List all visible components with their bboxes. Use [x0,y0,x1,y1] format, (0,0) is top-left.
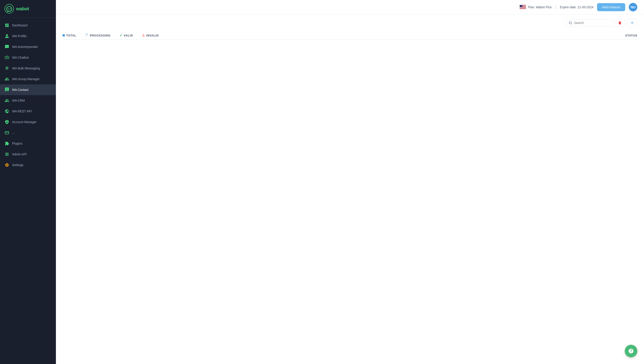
wa-bulk-icon [4,66,10,71]
th-total: TOTAL [62,34,76,37]
admin-api-icon [4,152,10,157]
svg-point-6 [7,57,8,58]
user-avatar[interactable]: NU [629,3,637,12]
svg-point-2 [8,8,8,9]
sidebar-item-label: Settings [12,163,24,167]
svg-point-7 [8,57,8,58]
sidebar-item-wa-crm[interactable]: WA CRM [0,95,56,106]
sidebar-item-label: WA Group Manager [12,77,40,81]
th-status-label: STATUS [625,34,637,37]
settings-icon [4,162,10,167]
table-body [62,40,637,129]
content-area: TOTAL PROCESSING ✔ VALID ⚠ INVALID STATU… [56,14,644,364]
th-invalid-label: INVALID [146,34,159,37]
wa-autoresponder-icon [4,44,10,49]
sidebar-item-wa-bulk-messaging[interactable]: WA Bulk Messaging [0,63,56,74]
plan-label: Plan: Wabot Plus [528,5,552,9]
billing-icon [4,130,10,135]
sidebar-item-wa-chatbot[interactable]: WA Chatbot [0,52,56,63]
sidebar-item-label: Plugins [12,142,22,145]
sidebar-item-admin-api[interactable]: Admin API [0,149,56,160]
sidebar-item-label: Dashboard [12,24,28,27]
search-icon [569,21,572,25]
delete-button[interactable] [615,19,625,27]
svg-line-11 [571,24,572,24]
svg-point-5 [6,57,6,58]
sidebar-item-wa-contact[interactable]: WA Contact [0,84,56,95]
sidebar-item-dashboard[interactable]: Dashboard [0,20,56,31]
plan-info: Plan: Wabot Plus [520,5,552,10]
header: Plan: Wabot Plus | Expire date: 21-05-20… [56,0,644,14]
sidebar: wabot Dashboard WA Profile WA Autorespon… [0,0,56,364]
svg-point-3 [10,8,11,9]
sidebar-item-wa-rest-api[interactable]: WA REST API [0,106,56,117]
th-processing-label: PROCESSING [90,34,110,37]
processing-spinner [85,34,88,37]
sidebar-item-account-manager[interactable]: Account Manager [0,117,56,127]
plugins-icon [4,141,10,146]
sidebar-item-label: ... [12,131,15,134]
invalid-warning-icon: ⚠ [142,34,145,37]
sidebar-item-settings[interactable]: Settings [0,160,56,170]
logo-text: wabot [16,6,29,12]
toolbar [62,19,637,27]
sidebar-item-billing[interactable]: ... [0,127,56,138]
th-invalid: ⚠ INVALID [142,34,159,37]
sidebar-item-label: Account Manager [12,120,37,124]
chat-support-button[interactable] [625,345,637,357]
sidebar-item-label: Admin API [12,152,26,156]
sidebar-item-label: WA Contact [12,88,28,92]
logo-container[interactable]: wabot [0,0,56,18]
wa-rest-api-icon [4,109,10,114]
svg-rect-9 [5,131,9,134]
wa-crm-icon [4,98,10,103]
valid-check-icon: ✔ [120,34,122,37]
wa-group-icon [4,77,10,81]
add-instance-button[interactable]: Add Instance [597,3,625,11]
sidebar-item-label: WA Autoresponder [12,45,38,49]
logo-icon [4,4,14,14]
account-manager-icon [4,120,10,124]
search-input[interactable] [574,21,610,25]
th-processing: PROCESSING [85,34,110,37]
main-area: Plan: Wabot Plus | Expire date: 21-05-20… [56,0,644,364]
header-divider: | [555,5,556,10]
sidebar-item-wa-autoresponder[interactable]: WA Autoresponder [0,41,56,52]
wa-contact-icon [4,87,10,92]
sidebar-item-label: WA Bulk Messaging [12,67,40,70]
sidebar-item-label: WA CRM [12,99,25,102]
wa-chatbot-icon [4,55,10,60]
th-valid-label: VALID [124,34,133,37]
add-button[interactable] [627,19,637,27]
sidebar-item-label: WA Profile [12,34,26,38]
svg-rect-8 [6,56,7,56]
th-total-label: TOTAL [66,34,76,37]
dashboard-icon [4,23,10,28]
sidebar-item-wa-profile[interactable]: WA Profile [0,31,56,41]
flag-icon [520,5,526,10]
th-status: STATUS [625,34,637,37]
expire-date: Expire date: 21-05-2024 [560,5,594,9]
sidebar-item-plugins[interactable]: Plugins [0,138,56,149]
table-header: TOTAL PROCESSING ✔ VALID ⚠ INVALID STATU… [62,31,637,40]
sidebar-item-wa-group-manager[interactable]: WA Group Manager [0,74,56,84]
sidebar-item-label: WA Chatbot [12,56,28,59]
search-wrapper [566,19,613,27]
sidebar-navigation: Dashboard WA Profile WA Autoresponder WA… [0,18,56,364]
th-valid: ✔ VALID [120,34,133,37]
wa-profile-icon [4,34,10,39]
sidebar-item-label: WA REST API [12,109,32,113]
svg-point-0 [5,4,14,13]
total-dot [62,34,65,37]
